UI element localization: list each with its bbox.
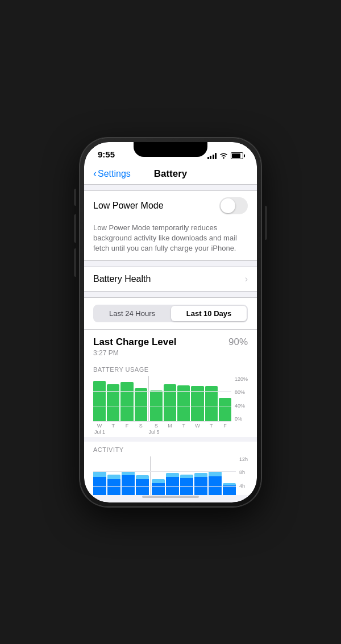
period-24h-button[interactable]: Last 24 Hours: [94, 306, 170, 321]
charge-percent: 90%: [228, 336, 248, 348]
bar-chart-bar: [219, 398, 231, 421]
period-10d-button[interactable]: Last 10 Days: [171, 306, 247, 321]
notch: [134, 142, 207, 157]
bar-chart-bar: [135, 388, 147, 421]
activity-y-labels: 12h 8h 4h 0h: [238, 456, 248, 495]
toggle-knob: [221, 198, 235, 213]
battery-usage-label: BATTERY USAGE: [93, 366, 248, 373]
low-power-mode-group: Low Power Mode Low Power Mode temporaril…: [84, 190, 257, 261]
chevron-right-icon: ›: [245, 274, 248, 284]
battery-health-label: Battery Health: [93, 274, 245, 284]
signal-icon: [207, 152, 217, 159]
y-label: 12h: [239, 456, 248, 462]
charge-time: 3:27 PM: [93, 349, 228, 357]
chart-date-label: Jul 1: [94, 429, 149, 435]
stacked-bar: [136, 456, 149, 495]
status-bar: 9:55: [84, 142, 257, 163]
chart-x-label: F: [120, 423, 133, 429]
low-power-mode-row: Low Power Mode: [84, 191, 257, 221]
status-icons: [207, 152, 244, 159]
low-power-mode-label: Low Power Mode: [93, 201, 219, 211]
chart-x-label: T: [205, 423, 218, 429]
grid-line: [93, 471, 236, 472]
y-label: 120%: [235, 376, 248, 382]
back-button[interactable]: ‹ Settings: [93, 168, 131, 180]
chart-y-labels: 120% 80% 40% 0%: [234, 376, 248, 422]
charge-level-section: Last Charge Level 3:27 PM 90%: [84, 330, 257, 362]
chart-separator: [148, 376, 149, 421]
wifi-icon: [219, 152, 228, 159]
low-power-mode-description: Low Power Mode temporarily reduces backg…: [84, 221, 257, 261]
bar-chart-bar: [164, 384, 176, 421]
y-label: 40%: [235, 403, 248, 409]
back-label: Settings: [98, 169, 131, 179]
chart-date-label: Jul 5: [149, 429, 230, 435]
bar-chart-bar: [120, 382, 133, 421]
activity-label: ACTIVITY: [93, 446, 248, 453]
period-selector-section: Last 24 Hours Last 10 Days: [84, 297, 257, 330]
chart-x-label: W: [93, 423, 106, 429]
activity-section: ACTIVITY: [84, 442, 257, 495]
stacked-bar: [93, 456, 106, 495]
bar-chart-bar: [205, 386, 218, 421]
period-selector: Last 24 Hours Last 10 Days: [93, 305, 248, 322]
battery-icon: [231, 152, 243, 159]
battery-usage-section: BATTERY USAGE: [84, 362, 257, 437]
stacked-bar: [180, 456, 193, 495]
stacked-bar: [166, 456, 179, 495]
back-chevron-icon: ‹: [93, 168, 97, 180]
y-label: 0%: [235, 416, 248, 422]
page-title: Battery: [154, 168, 188, 180]
grid-line: [93, 391, 231, 392]
stacked-bar: [107, 456, 120, 495]
content-area: Low Power Mode Low Power Mode temporaril…: [84, 185, 257, 495]
stacked-bar: [223, 456, 236, 495]
grid-line: [93, 406, 231, 406]
chart-x-label: S: [135, 423, 147, 429]
y-label: 80%: [235, 389, 248, 395]
battery-health-row[interactable]: Battery Health ›: [84, 267, 257, 291]
chart-x-label: F: [219, 423, 231, 429]
chart-x-label: T: [107, 423, 119, 429]
bar-chart-bar: [93, 381, 106, 421]
chart-x-label: W: [191, 423, 203, 429]
home-indicator: [142, 496, 199, 498]
chart-x-label: S: [150, 423, 163, 429]
grid-line: [93, 486, 236, 487]
chart-separator: [150, 456, 151, 495]
chart-x-label: M: [164, 423, 176, 429]
navigation-bar: ‹ Settings Battery: [84, 163, 257, 185]
charge-level-label: Last Charge Level: [93, 336, 228, 348]
stacked-bar: [194, 456, 207, 495]
y-label: 4h: [239, 483, 248, 489]
stacked-bar: [122, 456, 135, 495]
low-power-mode-toggle[interactable]: [219, 197, 248, 214]
bar-chart-bar: [107, 384, 119, 421]
stacked-bar: [209, 456, 222, 495]
battery-health-group: Battery Health ›: [84, 267, 257, 292]
y-label: 8h: [239, 470, 248, 475]
chart-x-label: T: [177, 423, 190, 429]
bar-chart-bar: [191, 386, 203, 421]
svg-point-0: [223, 157, 224, 158]
stacked-bar: [152, 456, 165, 495]
